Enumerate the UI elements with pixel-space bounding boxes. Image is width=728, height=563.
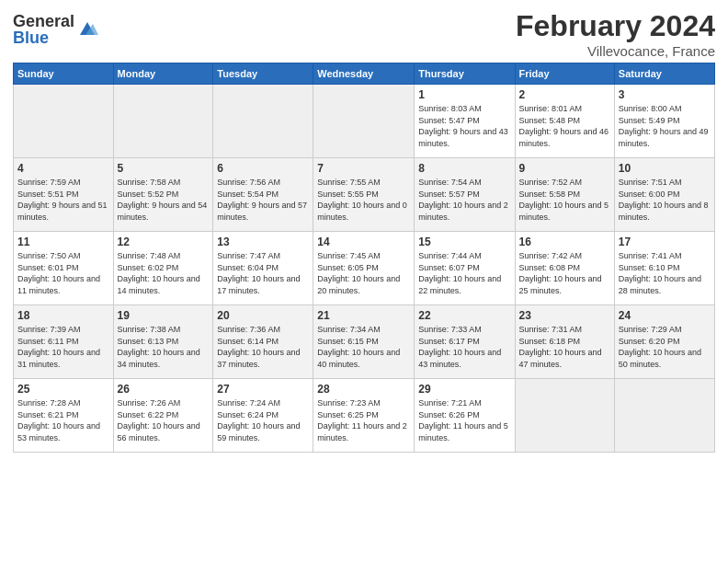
day-info: Sunrise: 7:21 AM Sunset: 6:26 PM Dayligh… xyxy=(418,397,510,443)
day-info: Sunrise: 7:23 AM Sunset: 6:25 PM Dayligh… xyxy=(317,397,410,443)
calendar-cell xyxy=(313,85,415,158)
calendar-cell: 16Sunrise: 7:42 AM Sunset: 6:08 PM Dayli… xyxy=(515,232,614,305)
calendar-cell: 20Sunrise: 7:36 AM Sunset: 6:14 PM Dayli… xyxy=(213,305,313,379)
calendar-cell: 2Sunrise: 8:01 AM Sunset: 5:48 PM Daylig… xyxy=(515,85,614,158)
day-number: 27 xyxy=(217,383,309,396)
calendar-table: Sunday Monday Tuesday Wednesday Thursday… xyxy=(13,63,715,453)
calendar-week-4: 18Sunrise: 7:39 AM Sunset: 6:11 PM Dayli… xyxy=(14,305,715,379)
day-number: 20 xyxy=(217,309,309,322)
calendar-cell: 15Sunrise: 7:44 AM Sunset: 6:07 PM Dayli… xyxy=(415,232,515,305)
calendar-cell: 21Sunrise: 7:34 AM Sunset: 6:15 PM Dayli… xyxy=(313,305,415,379)
day-number: 6 xyxy=(217,162,309,175)
month-title: February 2024 xyxy=(516,9,715,43)
col-wednesday: Wednesday xyxy=(313,63,415,85)
day-number: 25 xyxy=(17,383,109,396)
col-tuesday: Tuesday xyxy=(213,63,313,85)
calendar-cell: 10Sunrise: 7:51 AM Sunset: 6:00 PM Dayli… xyxy=(614,158,714,232)
day-info: Sunrise: 7:39 AM Sunset: 6:11 PM Dayligh… xyxy=(17,324,109,370)
day-info: Sunrise: 7:50 AM Sunset: 6:01 PM Dayligh… xyxy=(17,250,109,296)
day-info: Sunrise: 7:29 AM Sunset: 6:20 PM Dayligh… xyxy=(619,324,711,370)
calendar-week-3: 11Sunrise: 7:50 AM Sunset: 6:01 PM Dayli… xyxy=(14,232,715,305)
calendar-cell: 8Sunrise: 7:54 AM Sunset: 5:57 PM Daylig… xyxy=(415,158,515,232)
col-friday: Friday xyxy=(515,63,614,85)
header-row: General Blue February 2024 Villevocance,… xyxy=(13,9,715,59)
day-number: 28 xyxy=(317,383,410,396)
calendar-cell: 5Sunrise: 7:58 AM Sunset: 5:52 PM Daylig… xyxy=(113,158,213,232)
day-number: 3 xyxy=(619,88,711,101)
day-info: Sunrise: 7:58 AM Sunset: 5:52 PM Dayligh… xyxy=(118,177,210,223)
day-info: Sunrise: 7:45 AM Sunset: 6:05 PM Dayligh… xyxy=(317,250,410,296)
calendar-cell: 24Sunrise: 7:29 AM Sunset: 6:20 PM Dayli… xyxy=(614,305,714,379)
calendar-cell: 13Sunrise: 7:47 AM Sunset: 6:04 PM Dayli… xyxy=(213,232,313,305)
logo-general: General xyxy=(13,13,74,29)
day-number: 2 xyxy=(519,88,610,101)
day-info: Sunrise: 8:03 AM Sunset: 5:47 PM Dayligh… xyxy=(418,103,510,149)
day-info: Sunrise: 7:42 AM Sunset: 6:08 PM Dayligh… xyxy=(519,250,610,296)
day-number: 14 xyxy=(317,236,410,248)
location: Villevocance, France xyxy=(516,43,715,59)
day-number: 1 xyxy=(418,88,510,101)
day-info: Sunrise: 7:26 AM Sunset: 6:22 PM Dayligh… xyxy=(118,397,210,443)
calendar-cell: 1Sunrise: 8:03 AM Sunset: 5:47 PM Daylig… xyxy=(415,85,515,158)
calendar-cell: 14Sunrise: 7:45 AM Sunset: 6:05 PM Dayli… xyxy=(313,232,415,305)
calendar-cell: 26Sunrise: 7:26 AM Sunset: 6:22 PM Dayli… xyxy=(113,379,213,453)
calendar-cell xyxy=(113,85,213,158)
day-info: Sunrise: 7:56 AM Sunset: 5:54 PM Dayligh… xyxy=(217,177,309,223)
calendar-week-1: 1Sunrise: 8:03 AM Sunset: 5:47 PM Daylig… xyxy=(14,85,715,158)
calendar-cell: 18Sunrise: 7:39 AM Sunset: 6:11 PM Dayli… xyxy=(14,305,114,379)
day-info: Sunrise: 7:24 AM Sunset: 6:24 PM Dayligh… xyxy=(217,397,309,443)
col-thursday: Thursday xyxy=(415,63,515,85)
calendar-cell: 22Sunrise: 7:33 AM Sunset: 6:17 PM Dayli… xyxy=(415,305,515,379)
calendar-cell: 28Sunrise: 7:23 AM Sunset: 6:25 PM Dayli… xyxy=(313,379,415,453)
calendar-cell: 27Sunrise: 7:24 AM Sunset: 6:24 PM Dayli… xyxy=(213,379,313,453)
day-number: 5 xyxy=(118,162,210,175)
calendar-week-2: 4Sunrise: 7:59 AM Sunset: 5:51 PM Daylig… xyxy=(14,158,715,232)
page-container: General Blue February 2024 Villevocance,… xyxy=(0,0,728,460)
day-number: 7 xyxy=(317,162,410,175)
day-number: 16 xyxy=(519,236,610,248)
day-info: Sunrise: 7:55 AM Sunset: 5:55 PM Dayligh… xyxy=(317,177,410,223)
calendar-body: 1Sunrise: 8:03 AM Sunset: 5:47 PM Daylig… xyxy=(14,85,715,453)
calendar-cell: 3Sunrise: 8:00 AM Sunset: 5:49 PM Daylig… xyxy=(614,85,714,158)
calendar-header: Sunday Monday Tuesday Wednesday Thursday… xyxy=(14,63,715,85)
calendar-cell: 23Sunrise: 7:31 AM Sunset: 6:18 PM Dayli… xyxy=(515,305,614,379)
day-info: Sunrise: 7:48 AM Sunset: 6:02 PM Dayligh… xyxy=(118,250,210,296)
day-number: 12 xyxy=(118,236,210,248)
day-number: 23 xyxy=(519,309,610,322)
day-number: 18 xyxy=(17,309,109,322)
calendar-cell xyxy=(515,379,614,453)
calendar-cell: 11Sunrise: 7:50 AM Sunset: 6:01 PM Dayli… xyxy=(14,232,114,305)
day-info: Sunrise: 7:33 AM Sunset: 6:17 PM Dayligh… xyxy=(418,324,510,370)
day-number: 4 xyxy=(17,162,109,175)
day-number: 24 xyxy=(619,309,711,322)
day-info: Sunrise: 7:36 AM Sunset: 6:14 PM Dayligh… xyxy=(217,324,309,370)
day-info: Sunrise: 7:59 AM Sunset: 5:51 PM Dayligh… xyxy=(17,177,109,223)
logo-blue: Blue xyxy=(13,29,74,46)
col-saturday: Saturday xyxy=(614,63,714,85)
calendar-cell: 25Sunrise: 7:28 AM Sunset: 6:21 PM Dayli… xyxy=(14,379,114,453)
logo: General Blue xyxy=(13,13,98,46)
day-info: Sunrise: 7:52 AM Sunset: 5:58 PM Dayligh… xyxy=(519,177,610,223)
header-row: Sunday Monday Tuesday Wednesday Thursday… xyxy=(14,63,715,85)
calendar-cell: 7Sunrise: 7:55 AM Sunset: 5:55 PM Daylig… xyxy=(313,158,415,232)
day-info: Sunrise: 7:28 AM Sunset: 6:21 PM Dayligh… xyxy=(17,397,109,443)
day-info: Sunrise: 7:38 AM Sunset: 6:13 PM Dayligh… xyxy=(118,324,210,370)
day-info: Sunrise: 7:34 AM Sunset: 6:15 PM Dayligh… xyxy=(317,324,410,370)
logo-icon xyxy=(76,18,98,40)
day-number: 17 xyxy=(619,236,711,248)
day-number: 10 xyxy=(619,162,711,175)
calendar-cell: 9Sunrise: 7:52 AM Sunset: 5:58 PM Daylig… xyxy=(515,158,614,232)
day-number: 8 xyxy=(418,162,510,175)
day-info: Sunrise: 7:51 AM Sunset: 6:00 PM Dayligh… xyxy=(619,177,711,223)
col-monday: Monday xyxy=(113,63,213,85)
calendar-cell: 29Sunrise: 7:21 AM Sunset: 6:26 PM Dayli… xyxy=(415,379,515,453)
calendar-cell: 4Sunrise: 7:59 AM Sunset: 5:51 PM Daylig… xyxy=(14,158,114,232)
day-number: 26 xyxy=(118,383,210,396)
day-number: 15 xyxy=(418,236,510,248)
day-info: Sunrise: 7:44 AM Sunset: 6:07 PM Dayligh… xyxy=(418,250,510,296)
day-number: 21 xyxy=(317,309,410,322)
calendar-cell: 19Sunrise: 7:38 AM Sunset: 6:13 PM Dayli… xyxy=(113,305,213,379)
day-number: 9 xyxy=(519,162,610,175)
calendar-cell: 17Sunrise: 7:41 AM Sunset: 6:10 PM Dayli… xyxy=(614,232,714,305)
day-number: 19 xyxy=(118,309,210,322)
